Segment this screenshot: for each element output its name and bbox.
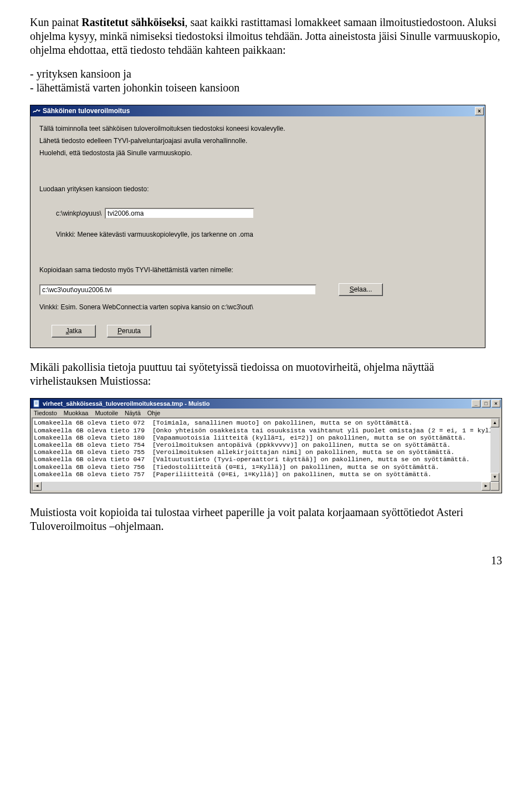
browse-button[interactable]: Selaa... <box>339 283 383 296</box>
resize-grip-icon[interactable] <box>490 482 499 491</box>
dialog-window: Sähköinen tuloveroilmoitus × Tällä toimi… <box>30 105 485 348</box>
bullet-1: yrityksen kansioon ja <box>30 67 502 81</box>
dialog-body: Tällä toiminnolla teet sähköisen tulover… <box>30 116 485 348</box>
menu-view[interactable]: Näytä <box>125 410 141 416</box>
dialog-line1: Tällä toiminnolla teet sähköisen tulover… <box>39 124 476 133</box>
label-copy: Kopioidaan sama tiedosto myös TYVI-lähet… <box>39 266 476 274</box>
notepad-titlebar[interactable]: virheet_sähköisessä_tuloveroilmoituksess… <box>30 399 502 409</box>
scroll-left-icon[interactable]: ◄ <box>33 482 42 491</box>
scroll-up-icon[interactable]: ▲ <box>490 419 499 427</box>
menu-format[interactable]: Muotoile <box>95 410 118 416</box>
notepad-window: virheet_sähköisessä_tuloveroilmoituksess… <box>30 398 502 493</box>
hint2: Vinkki: Esim. Sonera WebConnect:ia varte… <box>39 303 476 312</box>
minimize-icon[interactable]: _ <box>472 400 480 407</box>
scroll-down-icon[interactable]: ▼ <box>490 473 499 482</box>
menu-help[interactable]: Ohje <box>147 410 160 416</box>
hint1: Vinkki: Menee kätevästi varmuuskopiolevy… <box>39 230 476 239</box>
dialog-titlebar[interactable]: Sähköinen tuloveroilmoitus × <box>30 105 485 116</box>
menu-edit[interactable]: Muokkaa <box>64 410 89 416</box>
label-create: Luodaan yrityksen kansioon tiedosto: <box>39 185 476 193</box>
svg-rect-0 <box>34 400 39 407</box>
intro-p1b: Rastitetut sähköiseksi <box>81 16 185 28</box>
notepad-menubar[interactable]: Tiedosto Muokkaa Muotoile Näytä Ohje <box>30 409 502 417</box>
dialog-title: Sähköinen tuloveroilmoitus <box>43 107 475 115</box>
cancel-button[interactable]: Peruuta <box>107 325 151 338</box>
notepad-client[interactable]: Lomakeella 6B oleva tieto 072 [Toimiala,… <box>32 417 500 492</box>
path-prefix: c:\winkp\oyuus\ <box>56 210 101 217</box>
intro-paragraph: Kun painat Rastitetut sähköiseksi, saat … <box>30 16 502 57</box>
dialog-line3: Huolehdi, että tiedostosta jää Sinulle v… <box>39 149 476 157</box>
notepad-icon <box>33 400 40 407</box>
menu-file[interactable]: Tiedosto <box>34 410 57 416</box>
dialog-line2: Lähetä tiedosto edelleen TYVI-palvelunta… <box>39 136 476 145</box>
close-icon[interactable]: × <box>492 400 500 407</box>
scrollbar-vertical[interactable]: ▲ ▼ <box>490 419 499 482</box>
scrollbar-horizontal[interactable]: ◄ ► <box>33 482 490 491</box>
close-icon[interactable]: × <box>475 107 484 115</box>
intro-bullets: yrityksen kansioon ja lähettämistä varte… <box>30 67 502 95</box>
scroll-right-icon[interactable]: ► <box>482 482 490 491</box>
outro-paragraph: Muistiosta voit kopioida tai tulostaa vi… <box>30 506 502 533</box>
path2-input[interactable] <box>39 284 316 295</box>
notepad-text[interactable]: Lomakeella 6B oleva tieto 072 [Toimiala,… <box>33 419 499 478</box>
intro-p1a: Kun painat <box>30 16 81 28</box>
filename-input[interactable] <box>105 208 254 219</box>
page-number: 13 <box>30 554 502 567</box>
notepad-title: virheet_sähköisessä_tuloveroilmoituksess… <box>43 400 472 407</box>
continue-button[interactable]: Jatka <box>52 325 96 338</box>
dialog-icon <box>33 107 40 115</box>
maximize-icon[interactable]: □ <box>482 400 490 407</box>
bullet-2: lähettämistä varten johonkin toiseen kan… <box>30 81 502 95</box>
mid-paragraph: Mikäli pakollisia tietoja puuttuu tai sy… <box>30 360 502 388</box>
